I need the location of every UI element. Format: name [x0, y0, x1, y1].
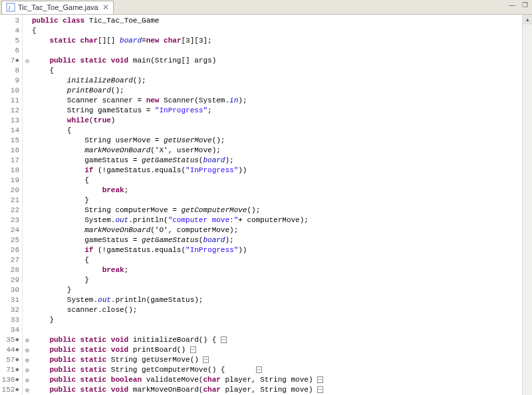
line-number: 18 — [0, 166, 19, 176]
line-number: 22 — [0, 205, 19, 215]
code-line[interactable]: } — [32, 275, 532, 285]
code-line[interactable]: } — [32, 315, 532, 325]
code-line[interactable]: if (!gameStatus.equals("InProgress")) — [32, 245, 532, 255]
line-number: 9 — [0, 76, 19, 86]
code-line[interactable]: { — [32, 255, 532, 265]
code-line[interactable]: markMoveOnBoard('O', computerMove); — [32, 225, 532, 235]
fold-marker — [23, 116, 32, 126]
code-line[interactable] — [32, 325, 532, 335]
code-line[interactable]: gameStatus = getGameStatus(board); — [32, 156, 532, 166]
line-number: 10 — [0, 86, 19, 96]
scroll-up-arrow[interactable]: ▴ — [523, 15, 532, 25]
code-line[interactable]: public static void initializeBoard() { ⋯ — [32, 335, 532, 345]
fold-marker — [23, 66, 32, 76]
line-number: 15 — [0, 136, 19, 146]
fold-marker[interactable]: ⊕ — [23, 355, 32, 365]
code-line[interactable]: while(true) — [32, 116, 532, 126]
code-line[interactable]: } — [32, 285, 532, 295]
fold-marker[interactable]: ⊕ — [23, 335, 32, 345]
code-line[interactable]: public class Tic_Tac_Toe_Game — [32, 16, 532, 26]
fold-marker — [23, 166, 32, 176]
code-line[interactable]: String computerMove = getComputerMove(); — [32, 205, 532, 215]
code-line[interactable]: String userMove = getUserMove(); — [32, 136, 532, 146]
line-number: 34 — [0, 325, 19, 335]
code-line[interactable]: break; — [32, 265, 532, 275]
line-number: 12 — [0, 106, 19, 116]
code-line[interactable]: Scanner scanner = new Scanner(System.in)… — [32, 96, 532, 106]
line-number: 28 — [0, 265, 19, 275]
line-number: 8 — [0, 66, 19, 76]
code-line[interactable]: } — [32, 196, 532, 205]
fold-marker — [23, 295, 32, 305]
fold-marker — [23, 325, 32, 335]
fold-marker[interactable]: ⊕ — [23, 385, 32, 395]
code-line[interactable]: initializeBoard(); — [32, 76, 532, 86]
fold-column[interactable]: ⊖⊕⊕⊕⊕⊕⊕⊕⊕⊕⊕ — [23, 15, 32, 395]
line-number: 35● — [0, 335, 19, 345]
code-line[interactable]: public static void main(String[] args) — [32, 56, 532, 66]
code-line[interactable] — [32, 46, 532, 56]
folded-indicator-icon[interactable]: ⋯ — [317, 376, 323, 383]
line-number: 17 — [0, 156, 19, 166]
line-number: 44● — [0, 345, 19, 355]
fold-marker — [23, 146, 32, 156]
code-line[interactable]: { — [32, 126, 532, 136]
code-line[interactable]: System.out.println(gameStatus); — [32, 295, 532, 305]
code-line[interactable]: { — [32, 66, 532, 76]
fold-marker — [23, 26, 32, 36]
maximize-button[interactable]: ❐ — [522, 1, 528, 9]
code-line[interactable]: break; — [32, 186, 532, 196]
folded-indicator-icon[interactable]: ⋯ — [190, 346, 196, 353]
fold-marker — [23, 46, 32, 56]
folded-indicator-icon[interactable]: ⋯ — [221, 336, 227, 343]
code-line[interactable]: markMoveOnBoard('X', userMove); — [32, 146, 532, 156]
editor-tab[interactable]: J Tic_Tac_Toe_Game.java ✕ — [1, 1, 114, 14]
line-number: 136● — [0, 375, 19, 385]
line-number: 5 — [0, 36, 19, 46]
code-line[interactable]: scanner.close(); — [32, 305, 532, 315]
line-number: 20 — [0, 186, 19, 196]
window-controls: — ❐ — [509, 1, 528, 9]
code-content[interactable]: public class Tic_Tac_Toe_Game{ static ch… — [32, 15, 532, 395]
fold-marker — [23, 196, 32, 205]
code-line[interactable]: static char[][] board=new char[3][3]; — [32, 36, 532, 46]
folded-indicator-icon[interactable]: ⋯ — [256, 366, 262, 373]
code-line[interactable]: { — [32, 26, 532, 36]
close-tab-icon[interactable]: ✕ — [102, 3, 109, 12]
fold-marker[interactable]: ⊖ — [23, 56, 32, 66]
folded-indicator-icon[interactable]: ⋯ — [203, 356, 209, 363]
code-line[interactable]: System.out.println("computer move:"+ com… — [32, 215, 532, 225]
line-number: 21 — [0, 196, 19, 205]
code-line[interactable]: public static String getComputerMove() {… — [32, 365, 532, 375]
fold-marker[interactable]: ⊕ — [23, 375, 32, 385]
minimize-button[interactable]: — — [509, 1, 515, 9]
code-line[interactable]: public static void printBoard() ⋯ — [32, 345, 532, 355]
line-number-gutter[interactable]: 34567●8910111213141516171819202122232425… — [0, 15, 23, 395]
code-line[interactable]: public static boolean validateMove(char … — [32, 375, 532, 385]
line-number: 7● — [0, 56, 19, 66]
fold-marker[interactable]: ⊕ — [23, 345, 32, 355]
fold-marker — [23, 36, 32, 46]
fold-marker — [23, 186, 32, 196]
fold-marker[interactable]: ⊕ — [23, 365, 32, 375]
code-line[interactable]: if (!gameStatus.equals("InProgress")) — [32, 166, 532, 176]
code-line[interactable]: public static String getUserMove() ⋯ — [32, 355, 532, 365]
code-line[interactable]: String gameStatus = "InProgress"; — [32, 106, 532, 116]
line-number: 30 — [0, 285, 19, 295]
code-line[interactable]: { — [32, 176, 532, 186]
code-line[interactable]: public static void markMoveOnBoard(char … — [32, 385, 532, 395]
line-number: 29 — [0, 275, 19, 285]
line-number: 6 — [0, 46, 19, 56]
line-number: 71● — [0, 365, 19, 375]
line-number: 152● — [0, 385, 19, 395]
editor-area: 34567●8910111213141516171819202122232425… — [0, 15, 532, 395]
line-number: 25 — [0, 235, 19, 245]
fold-marker — [23, 225, 32, 235]
line-number: 26 — [0, 245, 19, 255]
tab-bar: J Tic_Tac_Toe_Game.java ✕ — ❐ — [0, 0, 532, 15]
folded-indicator-icon[interactable]: ⋯ — [317, 386, 323, 393]
code-line[interactable]: gameStatus = getGameStatus(board); — [32, 235, 532, 245]
tab-filename: Tic_Tac_Toe_Game.java — [18, 3, 98, 11]
vertical-scrollbar[interactable]: ▴ — [522, 15, 532, 395]
code-line[interactable]: printBoard(); — [32, 86, 532, 96]
